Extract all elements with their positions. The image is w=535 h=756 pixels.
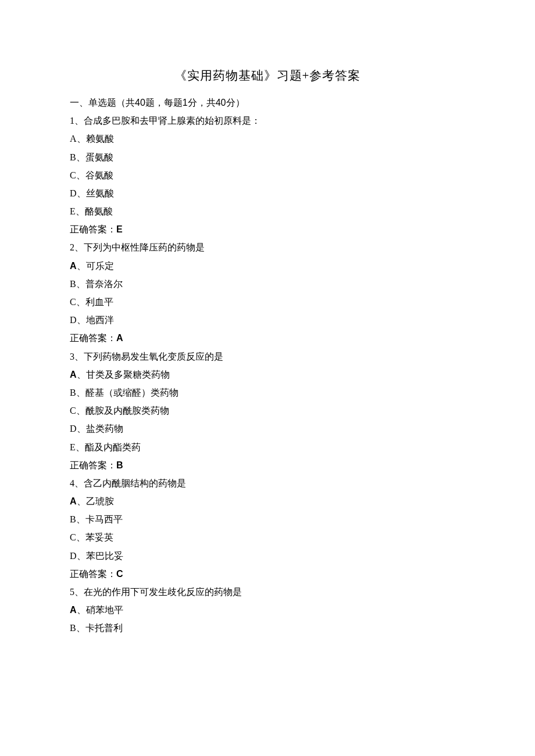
answer-label: 正确答案： xyxy=(70,224,116,234)
option-text: 、可乐定 xyxy=(77,261,114,271)
question-stem: 2、下列为中枢性降压药的药物是 xyxy=(70,238,465,256)
answer-row: 正确答案：B xyxy=(70,456,465,474)
option-letter: B xyxy=(70,623,76,633)
option-letter: B xyxy=(70,514,76,524)
option-text: 、盐类药物 xyxy=(77,424,123,433)
option-text: 、赖氨酸 xyxy=(77,134,114,144)
section-mid1: 题，每题 xyxy=(145,98,183,108)
answer-value: C xyxy=(116,569,123,579)
option-letter: A xyxy=(70,496,77,506)
answer-value: B xyxy=(116,460,123,470)
option-row: A、可乐定 xyxy=(70,257,465,275)
option-text: 、硝苯地平 xyxy=(77,605,123,615)
section-header: 一、单选题（共40题，每题1分，共40分） xyxy=(70,94,465,112)
option-row: D、盐类药物 xyxy=(70,420,465,438)
option-row: E、酯及内酯类药 xyxy=(70,438,465,456)
answer-value: E xyxy=(116,224,123,234)
option-letter: D xyxy=(70,188,77,198)
question-text: 、下列药物易发生氧化变质反应的是 xyxy=(74,352,223,361)
option-row: A、乙琥胺 xyxy=(70,492,465,510)
option-row: D、苯巴比妥 xyxy=(70,547,465,565)
answer-row: 正确答案：C xyxy=(70,565,465,583)
option-text: 、酯及内酯类药 xyxy=(76,442,141,452)
question-text: 、在光的作用下可发生歧化反应的药物是 xyxy=(74,587,242,597)
option-row: B、卡马西平 xyxy=(70,510,465,528)
section-mid2: 分，共 xyxy=(188,98,216,108)
option-row: B、卡托普利 xyxy=(70,619,465,637)
option-text: 、酰胺及内酰胺类药物 xyxy=(76,406,169,415)
answer-row: 正确答案：A xyxy=(70,329,465,347)
option-letter: A xyxy=(70,261,77,271)
option-letter: B xyxy=(70,279,76,289)
page-title: 《实用药物基础》习题+参考答案 xyxy=(70,64,465,88)
option-text: 、地西泮 xyxy=(77,315,114,325)
questions-container: 1、合成多巴胺和去甲肾上腺素的始初原料是：A、赖氨酸B、蛋氨酸C、谷氨酸D、丝氨… xyxy=(70,112,465,637)
option-letter: A xyxy=(70,134,77,144)
option-row: D、地西泮 xyxy=(70,311,465,329)
option-letter: E xyxy=(70,442,76,452)
option-letter: C xyxy=(70,532,76,542)
question-text: 、含乙内酰胭结构的药物是 xyxy=(74,478,186,488)
section-count-c: 40 xyxy=(216,98,226,108)
option-text: 、苯巴比妥 xyxy=(77,551,123,561)
option-text: 、甘类及多聚糖类药物 xyxy=(77,370,170,379)
option-letter: A xyxy=(70,605,77,615)
question-stem: 4、含乙内酰胭结构的药物是 xyxy=(70,474,465,492)
section-prefix: 一、单选题（共 xyxy=(70,98,135,108)
option-text: 、乙琥胺 xyxy=(77,496,114,506)
option-row: C、利血平 xyxy=(70,293,465,311)
question-stem: 5、在光的作用下可发生歧化反应的药物是 xyxy=(70,583,465,601)
option-text: 、谷氨酸 xyxy=(76,170,113,180)
answer-value: A xyxy=(116,333,123,343)
question-number: 2 xyxy=(70,242,74,252)
option-text: 、苯妥英 xyxy=(76,532,113,542)
option-text: 、丝氨酸 xyxy=(77,188,114,198)
section-count-b: 1 xyxy=(183,98,188,108)
option-text: 、卡马西平 xyxy=(76,514,123,524)
option-row: A、赖氨酸 xyxy=(70,130,465,148)
option-letter: D xyxy=(70,551,77,561)
option-text: 、普奈洛尔 xyxy=(76,279,123,289)
option-row: B、蛋氨酸 xyxy=(70,148,465,166)
option-text: 、利血平 xyxy=(76,297,113,307)
question-text: 、合成多巴胺和去甲肾上腺素的始初原料是： xyxy=(74,116,261,126)
option-text: 、醛基（或缩醛）类药物 xyxy=(76,388,179,397)
option-text: 、酪氨酸 xyxy=(76,206,113,216)
option-row: C、酰胺及内酰胺类药物 xyxy=(70,402,465,420)
option-row: A、甘类及多聚糖类药物 xyxy=(70,366,465,384)
option-text: 、卡托普利 xyxy=(76,623,123,633)
option-letter: B xyxy=(70,152,76,162)
answer-row: 正确答案：E xyxy=(70,220,465,238)
section-suffix: 分） xyxy=(226,98,245,108)
section-count-a: 40 xyxy=(135,98,145,108)
option-letter: C xyxy=(70,406,76,415)
answer-label: 正确答案： xyxy=(70,569,116,579)
question-number: 4 xyxy=(70,478,74,488)
question-number: 1 xyxy=(70,116,74,126)
option-letter: C xyxy=(70,297,76,307)
answer-label: 正确答案： xyxy=(70,333,116,343)
option-row: B、醛基（或缩醛）类药物 xyxy=(70,384,465,402)
question-text: 、下列为中枢性降压药的药物是 xyxy=(74,242,205,252)
option-row: C、苯妥英 xyxy=(70,528,465,546)
question-number: 5 xyxy=(70,587,74,597)
option-letter: A xyxy=(70,370,77,379)
option-row: A、硝苯地平 xyxy=(70,601,465,619)
option-row: E、酪氨酸 xyxy=(70,202,465,220)
question-number: 3 xyxy=(70,352,74,361)
option-row: D、丝氨酸 xyxy=(70,184,465,202)
option-letter: D xyxy=(70,315,77,325)
question-stem: 1、合成多巴胺和去甲肾上腺素的始初原料是： xyxy=(70,112,465,130)
option-letter: E xyxy=(70,206,76,216)
option-row: B、普奈洛尔 xyxy=(70,275,465,293)
question-stem: 3、下列药物易发生氧化变质反应的是 xyxy=(70,347,465,366)
option-letter: C xyxy=(70,170,76,180)
option-row: C、谷氨酸 xyxy=(70,166,465,184)
answer-label: 正确答案： xyxy=(70,460,116,470)
option-letter: B xyxy=(70,388,76,397)
option-text: 、蛋氨酸 xyxy=(76,152,113,162)
option-letter: D xyxy=(70,424,77,433)
